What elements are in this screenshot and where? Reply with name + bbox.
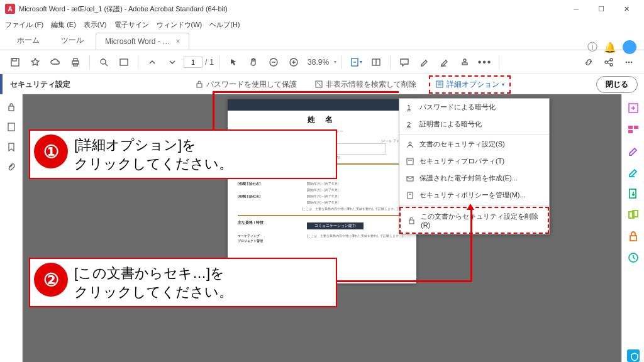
comment-icon[interactable]: [396, 53, 413, 71]
pointer-icon[interactable]: [225, 53, 242, 71]
menubar: ファイル (F) 編集 (E) 表示(V) 電子サイン ウィンドウ(W) ヘルプ…: [0, 18, 644, 31]
tool-export-icon[interactable]: [627, 187, 640, 200]
svg-line-29: [317, 82, 321, 86]
svg-point-20: [610, 58, 613, 61]
doc-heading: 姓 名: [228, 111, 416, 129]
fullscreen-icon[interactable]: [115, 53, 133, 71]
link-icon[interactable]: [580, 53, 597, 71]
callout-1-badge: ①: [34, 134, 68, 168]
page-up-icon[interactable]: [143, 53, 161, 71]
right-sidebar: [621, 94, 644, 362]
fit-width-icon[interactable]: ▾: [347, 53, 365, 71]
tool-protect-icon[interactable]: [627, 230, 640, 243]
highlight-icon[interactable]: [416, 53, 433, 71]
svg-rect-30: [436, 81, 443, 87]
print-icon[interactable]: [67, 53, 84, 71]
menu-password-encrypt[interactable]: パスワードによる暗号化: [399, 99, 549, 116]
help-icon[interactable]: ⓘ: [587, 41, 597, 54]
remove-hidden-option[interactable]: 非表示情報を検索して削除: [309, 77, 421, 92]
thumbnails-icon[interactable]: [6, 122, 16, 132]
menu-view[interactable]: 表示(V): [84, 20, 107, 30]
cloud-icon[interactable]: [47, 53, 64, 71]
callout-1: ① [詳細オプション]を クリックしてください。: [29, 129, 337, 179]
shield-icon[interactable]: [627, 349, 640, 362]
menu-esign[interactable]: 電子サイン: [114, 20, 149, 30]
callout-2-badge: ②: [34, 263, 68, 297]
svg-rect-53: [409, 220, 414, 224]
page-down-icon[interactable]: [164, 53, 181, 71]
tab-document-label: Microsoft Word - …: [105, 37, 170, 46]
menu-certificate-encrypt[interactable]: 証明書による暗号化: [399, 116, 549, 133]
menu-file[interactable]: ファイル (F): [5, 20, 43, 30]
star-icon[interactable]: [26, 53, 44, 71]
zoom-dropdown-icon[interactable]: ▾: [334, 59, 336, 65]
svg-rect-18: [462, 63, 467, 65]
advanced-options-button[interactable]: 詳細オプション ▾: [429, 75, 511, 94]
menu-security-properties[interactable]: セキュリティプロパティ(T): [399, 153, 549, 170]
page-current-input[interactable]: [184, 57, 203, 68]
titlebar: A Microsoft Word - æŒ/œl_1 (保護) - Adobe …: [0, 0, 644, 18]
left-sidebar: [0, 94, 23, 362]
protect-password-option[interactable]: パスワードを使用して保護: [190, 77, 302, 92]
menu-edit[interactable]: 編集 (E): [51, 20, 76, 30]
svg-point-25: [628, 61, 630, 63]
notification-icon[interactable]: 🔔: [604, 41, 616, 53]
svg-rect-48: [407, 158, 413, 165]
menu-help[interactable]: ヘルプ(H): [209, 20, 240, 30]
svg-rect-1: [13, 58, 16, 61]
avatar[interactable]: [623, 40, 636, 54]
overflow-icon[interactable]: •••: [476, 53, 494, 71]
menu-remove-security[interactable]: この文書からセキュリティ設定を削除(R): [399, 207, 549, 234]
close-window-button[interactable]: ✕: [614, 0, 639, 18]
menu-security-settings[interactable]: 文書のセキュリティ設定(S): [399, 136, 549, 153]
close-panel-button[interactable]: 閉じる: [596, 76, 638, 93]
menu-manage-policies[interactable]: セキュリティポリシーを管理(M)...: [399, 187, 549, 204]
save-icon[interactable]: [6, 53, 24, 71]
share-icon[interactable]: [600, 53, 618, 71]
lock-icon[interactable]: [6, 102, 16, 112]
menu-window[interactable]: ウィンドウ(W): [157, 20, 203, 30]
tool-edit-icon[interactable]: [627, 166, 640, 178]
search-icon[interactable]: [95, 53, 113, 71]
zoom-level[interactable]: 38.9%: [305, 58, 331, 67]
bookmark-icon[interactable]: [6, 142, 16, 152]
svg-rect-3: [74, 58, 77, 61]
tab-document[interactable]: Microsoft Word - … ×: [96, 33, 189, 50]
zoom-out-icon[interactable]: [265, 53, 282, 71]
hand-icon[interactable]: [245, 53, 262, 71]
svg-point-19: [605, 61, 608, 63]
svg-point-26: [631, 61, 633, 63]
menu-create-envelope[interactable]: 保護された電子封筒を作成(E)...: [399, 170, 549, 187]
page-total: 1: [209, 58, 214, 67]
svg-rect-51: [408, 192, 413, 199]
svg-point-17: [464, 59, 466, 62]
tool-more-icon[interactable]: [627, 251, 640, 264]
tab-tools[interactable]: ツール: [52, 31, 93, 50]
more-icon[interactable]: [620, 53, 638, 71]
svg-rect-33: [9, 106, 14, 111]
svg-rect-39: [634, 126, 638, 129]
app-icon: A: [5, 4, 15, 14]
zoom-in-icon[interactable]: [285, 53, 303, 71]
maximize-button[interactable]: ☐: [589, 0, 614, 18]
svg-rect-45: [630, 236, 636, 241]
svg-line-6: [105, 63, 108, 66]
read-mode-icon[interactable]: [367, 53, 385, 71]
svg-rect-34: [8, 123, 14, 131]
svg-line-23: [608, 63, 610, 64]
tool-create-icon[interactable]: [627, 102, 640, 114]
tool-organize-icon[interactable]: [627, 123, 640, 136]
tab-close-icon[interactable]: ×: [175, 37, 180, 46]
stamp-icon[interactable]: [456, 53, 474, 71]
svg-rect-40: [628, 130, 633, 133]
chevron-down-icon: ▾: [502, 82, 504, 87]
page-indicator: / 1: [184, 57, 214, 68]
svg-rect-7: [120, 59, 128, 65]
tool-sign-icon[interactable]: [627, 145, 640, 157]
minimize-button[interactable]: ─: [564, 0, 589, 18]
tool-combine-icon[interactable]: [627, 209, 640, 221]
callout-2: ② [この文書からセキ…]を クリックしてください。: [29, 258, 337, 307]
attachment-icon[interactable]: [6, 162, 16, 172]
sign-icon[interactable]: [436, 53, 453, 71]
tab-home[interactable]: ホーム: [8, 31, 49, 50]
